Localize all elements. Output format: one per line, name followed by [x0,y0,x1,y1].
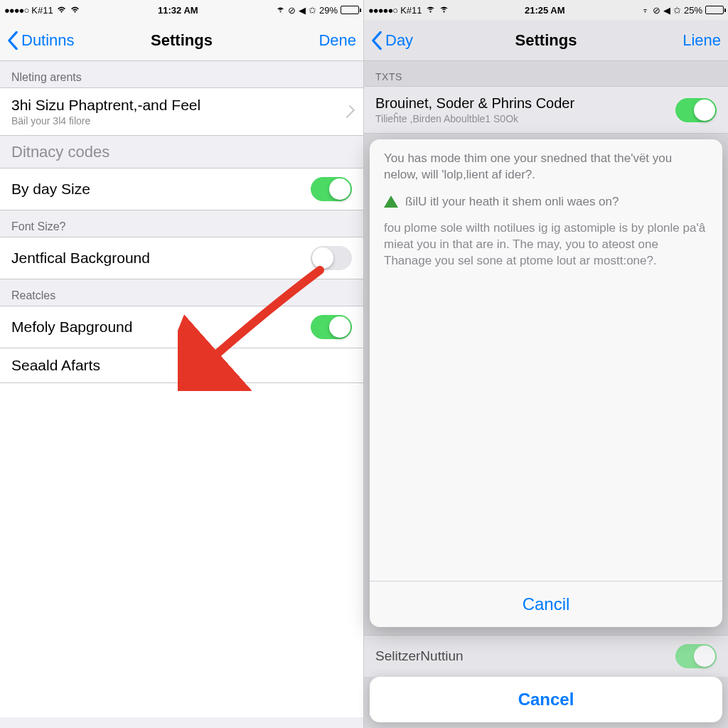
sheet-action-cancil[interactable]: Cancil [370,581,722,627]
row-title: By day Size [11,181,90,198]
toggle-selitzer[interactable] [675,644,717,668]
phone-left: ●●●●○ K#11 11:32 AM ⊘ ◀ ✩ 29% Dutinns Se… [0,0,364,728]
back-label: Dutinns [21,31,75,50]
sheet-message: You has mode thim one your snedned that … [370,139,722,188]
signal-dots-icon: ●●●●○ [4,5,28,16]
chevron-left-icon [7,31,18,50]
battery-icon [341,6,359,14]
row-look-and-feel[interactable]: 3hi Sizu Phaptrent,-and Feel Bäil your 3… [0,87,363,136]
row-subtitle: Bäil your 3l4 filore [11,115,200,127]
sheet-body: fou plome sole wilth notilues ig ig asto… [370,216,722,282]
chevron-right-icon [342,105,355,118]
battery-pct: 25% [684,5,702,16]
done-button[interactable]: Dene [318,31,356,50]
row-brouinet[interactable]: Brouinet, Soder & Phrins Coder Tilieĥte … [364,86,728,134]
nav-bar: Day Settings Liene [364,20,728,61]
row-jentfical-background[interactable]: Jentfical Background [0,237,363,279]
row-title: 3hi Sizu Phaptrent,-and Feel [11,97,200,114]
carrier-label: K#11 [31,5,53,16]
status-time: 11:32 AM [158,5,198,16]
row-title: Jentfical Background [11,250,150,267]
wifi-icon [70,5,80,16]
wifi-icon [641,5,650,16]
toggle-by-day-size[interactable] [311,177,352,201]
carrier-label: K#11 [400,5,422,16]
back-label: Day [385,31,413,50]
wifi-icon [439,5,449,16]
nav-bar: Dutinns Settings Dene [0,20,363,61]
section-header: Reatcles [0,279,363,306]
status-bar: ●●●●○ K#11 11:32 AM ⊘ ◀ ✩ 29% [0,0,363,20]
row-title: Mefoly Bapground [11,318,132,336]
row-seaald-afarts[interactable]: Seaald Afarts [0,348,363,383]
done-button[interactable]: Liene [682,31,721,50]
wifi-icon [276,5,285,16]
sheet-warning-text: ßilU itl your heath it shem onli waes on… [405,195,619,209]
row-title: SelitzerNuttiun [375,648,464,664]
section-label: Ditnacy codes [0,136,363,168]
page-title: Settings [364,31,728,50]
action-sheet: You has mode thim one your snedned that … [370,139,722,627]
toggle-mefoly-bapground[interactable] [311,315,352,339]
toggle-jentfical-background[interactable] [311,246,352,270]
battery-pct: 29% [319,5,338,16]
chevron-left-icon [371,31,382,50]
warning-triangle-icon [384,196,398,208]
row-mefoly-bapground[interactable]: Mefoly Bapground [0,306,363,348]
alarm-icon: ✩ [309,5,316,16]
wifi-icon [425,5,436,16]
section-header: Font Size? [0,210,363,237]
signal-dots-icon: ●●●●●○ [368,5,397,16]
row-by-day-size[interactable]: By day Size [0,168,363,210]
location-icon: ◀ [299,5,306,16]
row-title: Brouinet, Soder & Phrins Coder [375,95,574,112]
location-icon: ◀ [663,5,670,16]
phone-right: ●●●●●○ K#11 21:25 AM ⊘ ◀ ✩ 25% Day Setti… [364,0,728,728]
alarm-icon: ✩ [673,5,681,16]
section-header: Nleting arents [0,61,363,88]
section-header: TXTS [364,61,728,87]
back-button[interactable]: Dutinns [7,31,75,50]
status-bar: ●●●●●○ K#11 21:25 AM ⊘ ◀ ✩ 25% [364,0,728,20]
sheet-cancel-button[interactable]: Cancel [370,677,722,722]
row-title: Seaald Afarts [11,357,100,374]
orientation-lock-icon: ⊘ [653,5,660,16]
toggle-brouinet[interactable] [675,98,717,122]
status-time: 21:25 AM [525,5,565,16]
row-subtitle: Tilieĥte ,Birden Aboultble1 S0Ok [375,113,574,124]
sheet-warning-row: ßilU itl your heath it shem onli waes on… [370,188,722,216]
orientation-lock-icon: ⊘ [288,5,296,16]
battery-icon [705,6,724,14]
row-selitzer[interactable]: SelitzerNuttiun [364,635,728,677]
wifi-icon [56,5,67,16]
back-button[interactable]: Day [371,31,413,50]
